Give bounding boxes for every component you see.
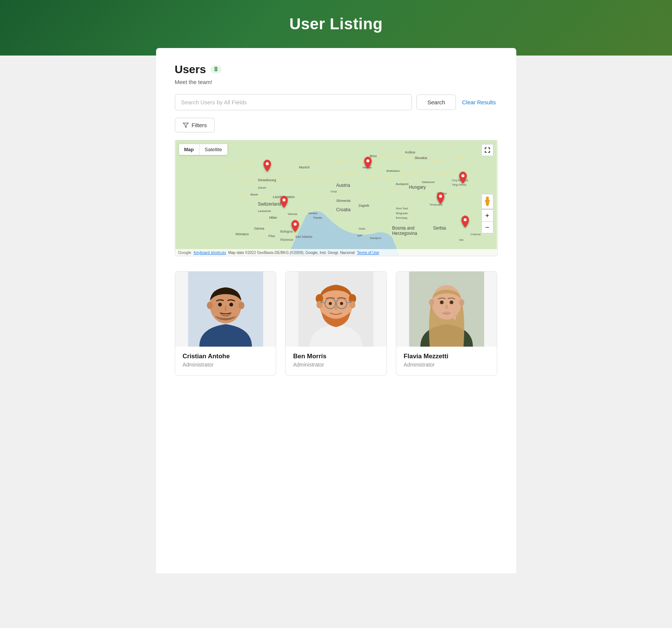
user-card-info-0: Cristian Antohe Administrator [175, 347, 276, 375]
search-button[interactable]: Search [416, 95, 456, 110]
svg-text:Brno: Brno [370, 154, 377, 158]
user-card-1[interactable]: Ben Morris Administrator [285, 271, 387, 376]
svg-text:Split: Split [357, 234, 362, 237]
svg-point-81 [450, 300, 453, 304]
user-card-photo-0 [175, 272, 276, 347]
map-zoom-out-button[interactable]: − [481, 221, 493, 233]
svg-point-49 [266, 162, 269, 165]
user-card-photo-1 [286, 272, 386, 347]
page-title: User Listing [8, 15, 664, 33]
filters-button[interactable]: Filters [175, 118, 215, 132]
pegman-icon [484, 196, 491, 207]
user-card-name-2: Flavia Mezzetti [404, 353, 490, 360]
svg-point-79 [459, 299, 464, 306]
search-input[interactable] [175, 94, 412, 110]
svg-marker-0 [183, 123, 188, 128]
google-logo: Google [178, 250, 191, 255]
svg-text:Genoa: Genoa [254, 227, 264, 230]
map-zoom-controls: + − [481, 209, 493, 233]
svg-text:Hungary: Hungary [409, 185, 425, 190]
svg-text:Croatia: Croatia [336, 207, 351, 212]
map-tab-map[interactable]: Map [179, 144, 200, 155]
page-header: User Listing [0, 0, 672, 56]
map-zoom-in-button[interactable]: + [481, 209, 493, 221]
svg-point-80 [440, 300, 443, 304]
user-card-info-1: Ben Morris Administrator [286, 347, 386, 375]
svg-text:Debrecen: Debrecen [422, 180, 434, 184]
map-fullscreen-button[interactable] [481, 144, 493, 156]
svg-text:Zagreb: Zagreb [358, 204, 369, 207]
svg-text:Београд: Београд [395, 216, 407, 219]
svg-text:Herzegovina: Herzegovina [392, 231, 417, 236]
svg-text:Niš: Niš [459, 238, 463, 242]
map-container[interactable]: Brno Košice Slovakia Munich Vienna Brati… [175, 140, 498, 256]
map-tab-satellite[interactable]: Satellite [200, 144, 227, 155]
svg-point-67 [316, 301, 322, 308]
filter-icon [183, 122, 189, 128]
svg-text:Târgu Mureș: Târgu Mureș [452, 183, 467, 186]
user-avatar-0 [175, 272, 276, 347]
svg-text:Austria: Austria [336, 183, 350, 188]
svg-point-50 [366, 159, 369, 162]
svg-text:Slovakia: Slovakia [414, 156, 427, 160]
svg-text:Zürich: Zürich [258, 186, 266, 189]
user-card-0[interactable]: Cristian Antohe Administrator [175, 271, 277, 376]
svg-text:Pisa: Pisa [268, 234, 275, 238]
map-pegman[interactable] [481, 194, 493, 209]
svg-text:Slovenia: Slovenia [336, 198, 351, 203]
user-card-info-2: Flavia Mezzetti Administrator [396, 347, 497, 375]
svg-text:San Marino: San Marino [295, 235, 312, 239]
svg-point-51 [461, 174, 464, 177]
map-tab-bar: Map Satellite [179, 144, 227, 155]
svg-point-54 [293, 223, 296, 226]
svg-text:Munich: Munich [299, 165, 310, 169]
svg-text:Lausanne: Lausanne [258, 209, 271, 213]
user-card-role-0: Administrator [183, 362, 269, 368]
svg-point-75 [340, 302, 343, 305]
svg-text:Strasbourg: Strasbourg [258, 178, 276, 182]
svg-text:Bosnia and: Bosnia and [392, 225, 415, 231]
svg-point-74 [329, 302, 332, 305]
keyboard-shortcuts[interactable]: Keyboard shortcuts [194, 251, 226, 255]
users-grid: Cristian Antohe Administrator [175, 271, 498, 376]
svg-text:Budapest: Budapest [395, 182, 408, 186]
terms-of-use[interactable]: Terms of Use [357, 251, 379, 255]
svg-text:Verona: Verona [287, 212, 297, 216]
svg-text:Novi Sad: Novi Sad [395, 207, 407, 210]
team-subtitle: Meet the team! [175, 79, 498, 85]
svg-text:Košice: Košice [405, 150, 415, 154]
svg-text:Venice: Venice [308, 212, 317, 215]
svg-text:Switzerland: Switzerland [258, 201, 281, 207]
svg-text:Graz: Graz [331, 190, 337, 193]
svg-text:Craiova: Craiova [470, 233, 481, 236]
svg-point-78 [429, 299, 434, 306]
user-card-name-0: Cristian Antohe [183, 353, 269, 360]
svg-text:Milan: Milan [269, 216, 277, 219]
svg-line-72 [320, 302, 325, 303]
map-data-label: Map data ©2022 GeoBasis-DE/BKG (©2009), … [228, 251, 355, 255]
svg-text:Monaco: Monaco [235, 232, 249, 236]
user-avatar-1 [286, 272, 386, 347]
svg-point-59 [207, 302, 213, 309]
fullscreen-icon [485, 147, 490, 153]
svg-text:Trieste: Trieste [313, 216, 322, 219]
map-background: Brno Košice Slovakia Munich Vienna Brati… [175, 140, 497, 256]
filters-row: Filters [175, 118, 498, 132]
user-avatar-2 [396, 272, 497, 347]
svg-text:Basel: Basel [250, 193, 258, 196]
svg-text:Zadar: Zadar [358, 227, 365, 230]
user-count-badge: 8 [210, 65, 221, 74]
svg-text:Bratislava: Bratislava [386, 169, 400, 173]
user-card-2[interactable]: Flavia Mezzetti Administrator [396, 271, 498, 376]
svg-text:Bologna: Bologna [280, 230, 292, 233]
svg-point-56 [486, 197, 489, 200]
users-heading: Users [175, 63, 206, 76]
map-attribution: Google Keyboard shortcuts Map data ©2022… [175, 249, 497, 256]
search-row: Search Clear Results [175, 94, 498, 110]
svg-point-61 [218, 303, 222, 306]
svg-point-62 [229, 303, 233, 306]
svg-text:Sarajevo: Sarajevo [370, 236, 382, 240]
svg-point-60 [238, 302, 244, 309]
clear-results-button[interactable]: Clear Results [460, 96, 497, 108]
user-card-role-2: Administrator [404, 362, 490, 368]
